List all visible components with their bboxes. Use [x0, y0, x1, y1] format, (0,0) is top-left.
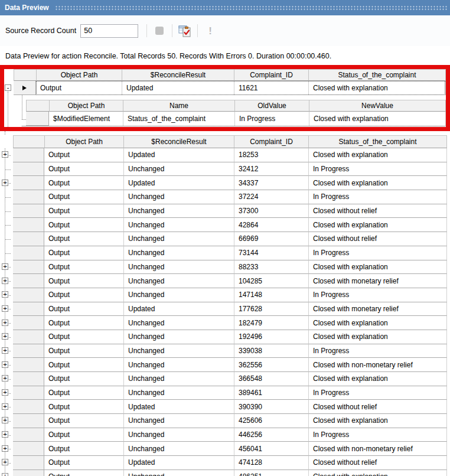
- cell-complaint-id[interactable]: 474128: [234, 456, 309, 470]
- cell-reconcile-result[interactable]: Unchanged: [124, 344, 234, 358]
- cell-object-path[interactable]: Output: [44, 232, 124, 246]
- cell-complaint-id[interactable]: 177628: [234, 302, 309, 317]
- cell-reconcile-result[interactable]: Updated: [124, 176, 234, 190]
- table-row[interactable]: + Output Unchanged 362556 Closed with no…: [0, 358, 447, 372]
- cell-object-path[interactable]: Output: [44, 428, 124, 442]
- cell-status[interactable]: Closed with non-monetary relief: [309, 358, 447, 372]
- cell-status[interactable]: Closed with non-monetary relief: [309, 442, 447, 456]
- cell-object-path[interactable]: Output: [44, 316, 124, 330]
- child-column-name[interactable]: Name: [123, 100, 235, 112]
- cell-reconcile-result[interactable]: Unchanged: [124, 274, 234, 288]
- table-row[interactable]: + Output Unchanged 192496 Closed with ex…: [0, 330, 447, 344]
- table-row[interactable]: + Output Unchanged 389461 In Progress: [0, 386, 447, 400]
- cell-complaint-id[interactable]: 37300: [234, 204, 309, 219]
- cell-complaint-id[interactable]: 37224: [234, 190, 309, 204]
- row-selector[interactable]: [13, 344, 44, 358]
- child-column-old-value[interactable]: OldValue: [235, 100, 309, 112]
- cell-object-path[interactable]: Output: [44, 190, 124, 204]
- table-row[interactable]: + Output Unchanged 104285 Closed with mo…: [0, 274, 447, 288]
- table-row[interactable]: Output Unchanged 37300 Closed without re…: [0, 204, 447, 219]
- cell-object-path[interactable]: Output: [44, 288, 124, 302]
- table-row[interactable]: Output Unchanged 66969 Closed without re…: [0, 232, 447, 246]
- column-header-object-path[interactable]: Object Path: [44, 135, 124, 148]
- table-row[interactable]: + Output Unchanged 88233 Closed with exp…: [0, 260, 447, 275]
- expand-box[interactable]: +: [2, 278, 8, 284]
- expand-box[interactable]: +: [2, 319, 8, 326]
- cell-complaint-id[interactable]: 339038: [234, 344, 309, 358]
- cell-object-path[interactable]: Output: [44, 330, 124, 344]
- table-row[interactable]: + Output Unchanged 339038 In Progress: [0, 344, 447, 358]
- cell-complaint-id[interactable]: 366548: [234, 372, 309, 386]
- selected-record-row[interactable]: Output Updated 11621 Closed with explana…: [4, 81, 446, 95]
- expand-box[interactable]: +: [2, 361, 8, 368]
- cell-object-path[interactable]: Output: [44, 148, 124, 162]
- child-column-new-value[interactable]: NewValue: [309, 100, 446, 112]
- row-selector[interactable]: [13, 372, 44, 386]
- cell-complaint-id[interactable]: 34337: [234, 176, 309, 190]
- cell-complaint-id[interactable]: 362556: [234, 358, 309, 372]
- cell-new-value[interactable]: Closed with explanation: [309, 112, 446, 126]
- table-row[interactable]: + Output Unchanged 366548 Closed with ex…: [0, 372, 447, 386]
- row-selector[interactable]: [13, 246, 44, 260]
- table-row[interactable]: Output Unchanged 32412 In Progress: [0, 162, 447, 177]
- cell-object-path[interactable]: Output: [44, 246, 124, 260]
- stop-button[interactable]: [152, 23, 167, 38]
- cell-reconcile-result[interactable]: Unchanged: [124, 414, 234, 428]
- table-row[interactable]: + Output Updated 474128 Closed without r…: [0, 456, 447, 470]
- table-row[interactable]: + Output Updated 34337 Closed with expla…: [0, 176, 447, 190]
- cell-object-path[interactable]: Output: [44, 162, 124, 177]
- row-selector[interactable]: [13, 176, 44, 190]
- cell-object-path[interactable]: Output: [44, 386, 124, 400]
- cell-status[interactable]: In Progress: [309, 246, 447, 260]
- cell-status[interactable]: In Progress: [309, 428, 447, 442]
- cell-reconcile-result[interactable]: Unchanged: [124, 260, 234, 275]
- cell-object-path[interactable]: Output: [44, 344, 124, 358]
- collapse-box[interactable]: -: [5, 84, 11, 91]
- cell-object-path[interactable]: Output: [44, 176, 124, 190]
- cell-object-path[interactable]: Output: [36, 81, 122, 95]
- cell-object-path[interactable]: Output: [44, 400, 124, 414]
- cell-reconcile-result[interactable]: Updated: [124, 302, 234, 317]
- cell-object-path[interactable]: Output: [44, 470, 124, 476]
- cell-complaint-id[interactable]: 66969: [234, 232, 309, 246]
- row-selector[interactable]: [13, 148, 44, 162]
- row-selector[interactable]: [13, 414, 44, 428]
- table-row[interactable]: Output Unchanged 42864 Closed with expla…: [0, 218, 447, 232]
- child-column-object-path[interactable]: Object Path: [49, 100, 123, 112]
- cell-reconcile-result[interactable]: Unchanged: [124, 470, 234, 476]
- validate-data-button[interactable]: [177, 23, 193, 38]
- row-selector[interactable]: [13, 288, 44, 302]
- column-header-complaint-id[interactable]: Complaint_ID: [234, 135, 309, 148]
- cell-reconcile-result[interactable]: Unchanged: [124, 204, 234, 219]
- cell-reconcile-result[interactable]: Unchanged: [124, 372, 234, 386]
- cell-object-path[interactable]: Output: [44, 358, 124, 372]
- cell-reconcile-result[interactable]: Unchanged: [124, 428, 234, 442]
- row-selector[interactable]: [13, 316, 44, 330]
- cell-object-path[interactable]: Output: [44, 442, 124, 456]
- row-selector[interactable]: [13, 456, 44, 470]
- cell-status[interactable]: Closed with explanation: [309, 372, 447, 386]
- cell-old-value[interactable]: In Progress: [235, 112, 309, 126]
- cell-status[interactable]: In Progress: [309, 288, 447, 302]
- cell-status[interactable]: Closed with explanation: [309, 81, 446, 95]
- cell-reconcile-result[interactable]: Unchanged: [124, 288, 234, 302]
- table-row[interactable]: + Output Unchanged 456041 Closed with no…: [0, 442, 447, 456]
- cell-complaint-id[interactable]: 73144: [234, 246, 309, 260]
- cell-complaint-id[interactable]: 182479: [234, 316, 309, 330]
- row-selector[interactable]: [13, 162, 44, 177]
- cell-complaint-id[interactable]: 32412: [234, 162, 309, 177]
- cell-status[interactable]: Closed with explanation: [309, 260, 447, 275]
- cell-reconcile-result[interactable]: Unchanged: [124, 190, 234, 204]
- row-selector[interactable]: [13, 400, 44, 414]
- table-row[interactable]: Output Unchanged 37224 In Progress: [0, 190, 447, 204]
- table-row[interactable]: + Output Unchanged 182479 Closed with ex…: [0, 316, 447, 330]
- cell-object-path[interactable]: Output: [44, 456, 124, 470]
- cell-reconcile-result[interactable]: Unchanged: [124, 316, 234, 330]
- cell-status[interactable]: Closed without relief: [309, 456, 447, 470]
- expand-box[interactable]: +: [2, 333, 8, 340]
- cell-reconcile-result[interactable]: Unchanged: [124, 358, 234, 372]
- table-row[interactable]: + Output Updated 177628 Closed with mone…: [0, 302, 447, 317]
- cell-complaint-id[interactable]: 18253: [234, 148, 309, 162]
- cell-complaint-id[interactable]: 425606: [234, 414, 309, 428]
- cell-complaint-id[interactable]: 88233: [234, 260, 309, 275]
